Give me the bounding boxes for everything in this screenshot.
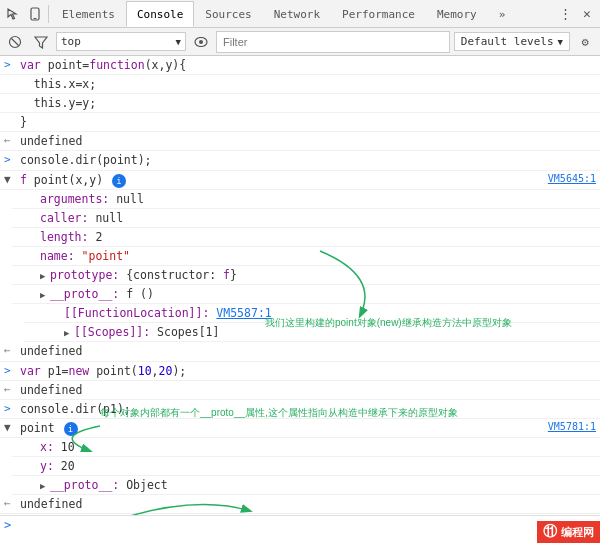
filter-input[interactable]	[216, 31, 450, 53]
settings-icon[interactable]: ⚙	[574, 31, 596, 53]
console-line: caller: null	[12, 209, 600, 228]
svg-marker-5	[35, 37, 47, 48]
line-text: f point(x,y) i	[20, 172, 548, 188]
console-line: name: "point"	[12, 247, 600, 266]
console-line: ▼ f point(x,y) i VM5645:1	[0, 171, 600, 190]
console-line: this.x=x;	[0, 75, 600, 94]
line-text: arguments: null	[40, 191, 596, 207]
input-arrow: >	[4, 363, 20, 378]
input-arrow: >	[4, 152, 20, 167]
inspect-icon[interactable]	[2, 3, 24, 25]
line-text: var p1=new point(10,20);	[20, 363, 596, 379]
expand-icon[interactable]	[40, 286, 50, 302]
tab-network[interactable]: Network	[263, 1, 331, 27]
console-line: ← undefined	[0, 495, 600, 514]
console-line: > console.log(p1.__proto__==point.protot…	[0, 514, 600, 515]
console-line: > var point=function(x,y){	[0, 56, 600, 75]
line-text: __proto__: f ()	[50, 286, 596, 302]
console-line: length: 2	[12, 228, 600, 247]
expand-icon[interactable]: ▼	[4, 420, 20, 435]
console-line: ← undefined	[0, 132, 600, 151]
line-text: undefined	[20, 496, 596, 512]
console-line: this.y=y;	[0, 94, 600, 113]
output-arrow: ←	[4, 133, 20, 148]
line-text: length: 2	[40, 229, 596, 245]
console-input-row: >	[0, 515, 600, 534]
eye-icon[interactable]	[190, 31, 212, 53]
levels-dropdown[interactable]: Default levels ▼	[454, 32, 570, 51]
line-text: [[Scopes]]: Scopes[1]	[74, 324, 596, 340]
dock-icon[interactable]: ⋮	[554, 3, 576, 25]
tab-performance[interactable]: Performance	[331, 1, 426, 27]
separator	[48, 5, 49, 23]
console-line: [[FunctionLocation]]: VM5587:1	[24, 304, 600, 323]
console-line[interactable]: prototype: {constructor: f}	[12, 266, 600, 285]
console-line[interactable]: __proto__: Object	[12, 476, 600, 495]
svg-point-7	[199, 40, 203, 44]
console-line: ← undefined	[0, 381, 600, 400]
line-text: x: 10	[40, 439, 596, 455]
line-text: }	[20, 114, 596, 130]
mobile-icon[interactable]	[24, 3, 46, 25]
line-text: console.dir(p1);	[20, 401, 596, 417]
input-prompt: >	[4, 518, 11, 532]
close-icon[interactable]: ✕	[576, 3, 598, 25]
expand-icon[interactable]	[40, 477, 50, 493]
watermark: ⑪ 编程网	[537, 521, 600, 543]
console-line: > console.dir(point);	[0, 151, 600, 170]
console-line: ▼ point i VM5781:1	[0, 419, 600, 438]
line-text: undefined	[20, 343, 596, 359]
clear-console-icon[interactable]	[4, 31, 26, 53]
tab-more[interactable]: »	[488, 1, 517, 27]
watermark-text: 编程网	[561, 525, 594, 540]
console-line: > var p1=new point(10,20);	[0, 362, 600, 381]
console-line[interactable]: [[Scopes]]: Scopes[1]	[24, 323, 600, 342]
console-output: > var point=function(x,y){ this.x=x; thi…	[0, 56, 600, 515]
console-line: }	[0, 113, 600, 132]
line-source[interactable]: VM5781:1	[548, 420, 596, 434]
line-text: undefined	[20, 133, 596, 149]
console-input[interactable]	[15, 518, 596, 532]
line-text: name: "point"	[40, 248, 596, 264]
line-text: point i	[20, 420, 548, 436]
watermark-icon: ⑪	[543, 523, 557, 541]
svg-line-4	[12, 38, 19, 45]
output-arrow: ←	[4, 382, 20, 397]
filter-icon[interactable]	[30, 31, 52, 53]
line-text: y: 20	[40, 458, 596, 474]
console-line: x: 10	[12, 438, 600, 457]
line-source[interactable]: VM5645:1	[548, 172, 596, 186]
input-arrow: >	[4, 57, 20, 72]
expand-icon[interactable]	[64, 324, 74, 340]
context-arrow-icon: ▼	[176, 37, 181, 47]
info-badge[interactable]: i	[64, 422, 78, 436]
input-arrow: >	[4, 401, 20, 416]
line-text: prototype: {constructor: f}	[50, 267, 596, 283]
expand-icon[interactable]	[40, 267, 50, 283]
line-text: console.dir(point);	[20, 152, 596, 168]
console-line: ← undefined	[0, 342, 600, 361]
context-select[interactable]: top ▼	[56, 32, 186, 51]
tab-memory[interactable]: Memory	[426, 1, 488, 27]
output-arrow: ←	[4, 496, 20, 511]
svg-marker-0	[8, 9, 16, 19]
tab-console[interactable]: Console	[126, 1, 194, 27]
output-arrow: ←	[4, 343, 20, 358]
line-text: __proto__: Object	[50, 477, 596, 493]
tab-sources[interactable]: Sources	[194, 1, 262, 27]
expand-icon[interactable]: ▼	[4, 172, 20, 187]
line-text: this.y=y;	[20, 95, 596, 111]
line-text: caller: null	[40, 210, 596, 226]
line-text: this.x=x;	[20, 76, 596, 92]
line-text: undefined	[20, 382, 596, 398]
tab-elements[interactable]: Elements	[51, 1, 126, 27]
console-line[interactable]: __proto__: f ()	[12, 285, 600, 304]
console-line: y: 20	[12, 457, 600, 476]
console-toolbar: top ▼ Default levels ▼ ⚙	[0, 28, 600, 56]
dev-toolbar: Elements Console Sources Network Perform…	[0, 0, 600, 28]
function-location-link[interactable]: VM5587:1	[216, 306, 271, 320]
line-text: var point=function(x,y){	[20, 57, 596, 73]
info-badge[interactable]: i	[112, 174, 126, 188]
console-line: > console.dir(p1);	[0, 400, 600, 419]
line-text: [[FunctionLocation]]: VM5587:1	[64, 305, 596, 321]
